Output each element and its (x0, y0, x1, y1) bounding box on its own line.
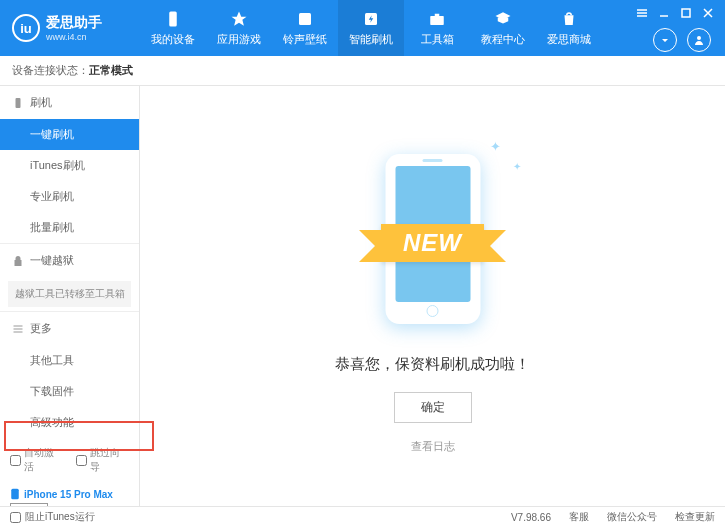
app-header: iu 爱思助手 www.i4.cn 我的设备 应用游戏 铃声壁纸 智能刷机 工具… (0, 0, 725, 56)
nav-toolbox[interactable]: 工具箱 (404, 0, 470, 56)
sidebar-header-more[interactable]: 更多 (0, 312, 139, 345)
sparkle-icon: ✦ (513, 161, 521, 172)
svg-rect-7 (16, 98, 21, 108)
block-itunes-check[interactable]: 阻止iTunes运行 (10, 510, 95, 524)
footer-link-wechat[interactable]: 微信公众号 (607, 510, 657, 524)
nav-ringtones[interactable]: 铃声壁纸 (272, 0, 338, 56)
phone-illustration: NEW ✦ ✦ (343, 139, 523, 339)
sidebar-item-itunes[interactable]: iTunes刷机 (0, 150, 139, 181)
device-name[interactable]: iPhone 15 Pro Max (10, 488, 129, 500)
sidebar-jailbreak-note: 越狱工具已转移至工具箱 (8, 281, 131, 307)
main-nav: 我的设备 应用游戏 铃声壁纸 智能刷机 工具箱 教程中心 爱思商城 (140, 0, 602, 56)
sidebar-item-advanced[interactable]: 高级功能 (0, 407, 139, 438)
maximize-icon[interactable] (679, 6, 693, 20)
main-content: NEW ✦ ✦ 恭喜您，保资料刷机成功啦！ 确定 查看日志 (140, 86, 725, 506)
svg-rect-3 (430, 16, 444, 25)
sidebar: 刷机 一键刷机 iTunes刷机 专业刷机 批量刷机 一键越狱 越狱工具已转移至… (0, 86, 140, 506)
check-skip-guide[interactable]: 跳过向导 (76, 446, 130, 474)
view-log-link[interactable]: 查看日志 (411, 439, 455, 454)
close-icon[interactable] (701, 6, 715, 20)
nav-tutorials[interactable]: 教程中心 (470, 0, 536, 56)
svg-rect-0 (169, 12, 177, 27)
logo-area: iu 爱思助手 www.i4.cn (0, 14, 140, 42)
status-prefix: 设备连接状态： (12, 63, 89, 78)
footer: 阻止iTunes运行 V7.98.66 客服 微信公众号 检查更新 (0, 506, 725, 527)
window-controls (635, 6, 715, 20)
menu-icon[interactable] (635, 6, 649, 20)
user-button[interactable] (687, 28, 711, 52)
minimize-icon[interactable] (657, 6, 671, 20)
check-auto-activate[interactable]: 自动激活 (10, 446, 64, 474)
sidebar-item-download[interactable]: 下载固件 (0, 376, 139, 407)
sidebar-item-oneclick[interactable]: 一键刷机 (0, 119, 139, 150)
version-label: V7.98.66 (511, 512, 551, 523)
app-title: 爱思助手 (46, 14, 102, 32)
sidebar-checks: 自动激活 跳过向导 (0, 438, 139, 482)
svg-rect-1 (299, 13, 311, 25)
svg-rect-8 (11, 489, 19, 500)
svg-rect-5 (682, 9, 690, 17)
logo-icon: iu (12, 14, 40, 42)
sparkle-icon: ✦ (490, 139, 501, 154)
sidebar-item-other[interactable]: 其他工具 (0, 345, 139, 376)
ok-button[interactable]: 确定 (394, 392, 472, 423)
nav-my-device[interactable]: 我的设备 (140, 0, 206, 56)
footer-link-support[interactable]: 客服 (569, 510, 589, 524)
congrats-text: 恭喜您，保资料刷机成功啦！ (335, 355, 530, 374)
status-value: 正常模式 (89, 63, 133, 78)
footer-link-update[interactable]: 检查更新 (675, 510, 715, 524)
sidebar-item-batch[interactable]: 批量刷机 (0, 212, 139, 243)
nav-store[interactable]: 爱思商城 (536, 0, 602, 56)
svg-rect-4 (435, 14, 440, 16)
download-button[interactable] (653, 28, 677, 52)
sidebar-header-flash[interactable]: 刷机 (0, 86, 139, 119)
status-bar: 设备连接状态： 正常模式 (0, 56, 725, 86)
nav-smart-flash[interactable]: 智能刷机 (338, 0, 404, 56)
sidebar-item-pro[interactable]: 专业刷机 (0, 181, 139, 212)
sidebar-header-jailbreak[interactable]: 一键越狱 (0, 244, 139, 277)
new-ribbon: NEW (381, 224, 484, 262)
svg-point-6 (697, 36, 701, 40)
nav-apps[interactable]: 应用游戏 (206, 0, 272, 56)
app-url: www.i4.cn (46, 32, 102, 42)
